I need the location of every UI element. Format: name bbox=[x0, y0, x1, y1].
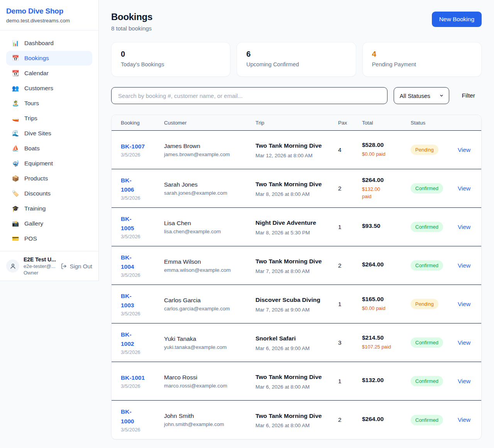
filter-row: All Statuses Filter bbox=[111, 87, 482, 104]
customer-name: James Brown bbox=[164, 143, 255, 150]
customer-name: Carlos Garcia bbox=[164, 297, 255, 304]
graduation-cap-icon: 🎓 bbox=[12, 205, 19, 212]
sidebar-item-products[interactable]: 📦 Products bbox=[6, 171, 92, 186]
booking-link[interactable]: BK-1001 bbox=[121, 373, 145, 382]
booking-link[interactable]: BK-1007 bbox=[121, 142, 145, 151]
table-row: BK- 1005 3/5/2026 Lisa Chen lisa.chen@ex… bbox=[112, 208, 481, 246]
trip-datetime: Mar 8, 2026 at 8:00 AM bbox=[255, 191, 338, 197]
trip-datetime: Mar 8, 2026 at 5:30 PM bbox=[255, 230, 338, 236]
sidebar-item-gallery[interactable]: 📸 Gallery bbox=[6, 216, 92, 231]
new-booking-button[interactable]: New Booking bbox=[432, 12, 482, 27]
people-icon: 👥 bbox=[12, 85, 19, 92]
booking-link[interactable]: BK- 1005 bbox=[121, 214, 134, 233]
trip-name: Snorkel Safari bbox=[255, 334, 322, 343]
logout-icon bbox=[61, 263, 67, 269]
sidebar-item-label: Tours bbox=[24, 100, 39, 107]
sidebar-item-label: Gallery bbox=[24, 220, 43, 227]
user-meta: E2E Test U... e2e-tester@... Owner bbox=[24, 256, 56, 276]
booking-date: 3/5/2026 bbox=[121, 152, 164, 158]
status-badge: Confirmed bbox=[411, 415, 443, 425]
view-link[interactable]: View bbox=[458, 339, 470, 346]
table-row: BK- 1000 3/5/2026 John Smith john.smith@… bbox=[112, 401, 481, 439]
table-row: BK-1007 3/5/2026 James Brown james.brown… bbox=[112, 131, 481, 169]
pax-count: 2 bbox=[338, 185, 362, 192]
user-footer: E2E Test U... e2e-tester@... Owner Sign … bbox=[0, 251, 98, 281]
status-select-value: All Statuses bbox=[400, 93, 430, 99]
sidebar-item-label: Boats bbox=[24, 145, 40, 152]
table-row: BK- 1003 3/5/2026 Carlos Garcia carlos.g… bbox=[112, 285, 481, 323]
booking-link[interactable]: BK- 1002 bbox=[121, 330, 134, 349]
calendar-date-icon: 📅 bbox=[12, 55, 19, 62]
trip-name: Two Tank Morning Dive bbox=[255, 411, 322, 421]
island-icon: 🏝️ bbox=[12, 100, 19, 107]
sidebar-item-dive-sites[interactable]: 🌊 Dive Sites bbox=[6, 126, 92, 141]
search-input[interactable] bbox=[111, 87, 387, 104]
status-badge: Confirmed bbox=[411, 183, 443, 194]
view-link[interactable]: View bbox=[458, 224, 470, 230]
sidebar-item-label: POS bbox=[24, 235, 37, 242]
sign-out-label: Sign Out bbox=[70, 263, 92, 269]
package-icon: 📦 bbox=[12, 175, 19, 182]
customer-email: emma.wilson@example.com bbox=[164, 267, 255, 273]
speedboat-icon: 🚤 bbox=[12, 115, 19, 122]
view-link[interactable]: View bbox=[458, 185, 470, 192]
view-link[interactable]: View bbox=[458, 378, 470, 384]
customer-name: Yuki Tanaka bbox=[164, 335, 255, 342]
trip-name: Two Tank Morning Dive bbox=[255, 372, 322, 382]
table-row: BK-1001 3/5/2026 Marco Rossi marco.rossi… bbox=[112, 362, 481, 401]
view-link[interactable]: View bbox=[458, 416, 470, 423]
view-link[interactable]: View bbox=[458, 262, 470, 269]
sidebar-item-label: Dashboard bbox=[24, 40, 54, 47]
camera-icon: 📸 bbox=[12, 220, 19, 227]
total-amount: $214.50 bbox=[362, 334, 411, 341]
stat-card-todays-bookings: 0 Today's Bookings bbox=[111, 42, 230, 77]
sidebar-item-customers[interactable]: 👥 Customers bbox=[6, 81, 92, 96]
sidebar-item-discounts[interactable]: 🏷️ Discounts bbox=[6, 186, 92, 201]
pax-count: 2 bbox=[338, 416, 362, 423]
sidebar-item-training[interactable]: 🎓 Training bbox=[6, 201, 92, 216]
trip-name: Two Tank Morning Dive bbox=[255, 141, 322, 150]
sidebar-item-boats[interactable]: ⛵ Boats bbox=[6, 141, 92, 156]
stat-value: 0 bbox=[121, 50, 221, 59]
sign-out-button[interactable]: Sign Out bbox=[61, 263, 92, 269]
trip-datetime: Mar 6, 2026 at 8:00 AM bbox=[255, 384, 338, 390]
sidebar-item-label: Bookings bbox=[24, 55, 49, 62]
status-select[interactable]: All Statuses bbox=[394, 87, 449, 104]
sidebar-item-label: Dive Sites bbox=[24, 130, 51, 137]
sidebar-item-trips[interactable]: 🚤 Trips bbox=[6, 111, 92, 126]
booking-link[interactable]: BK- 1000 bbox=[121, 407, 134, 426]
sidebar-item-equipment[interactable]: 🤿 Equipment bbox=[6, 156, 92, 171]
bookings-count: 8 total bookings bbox=[111, 25, 152, 32]
sidebar-item-label: Products bbox=[24, 175, 48, 182]
view-link[interactable]: View bbox=[458, 147, 470, 153]
booking-link[interactable]: BK- 1004 bbox=[121, 253, 134, 271]
tag-icon: 🏷️ bbox=[12, 190, 19, 197]
stat-card-upcoming-confirmed: 6 Upcoming Confirmed bbox=[237, 42, 356, 77]
customer-email: marco.rossi@example.com bbox=[164, 383, 255, 389]
sidebar-item-dashboard[interactable]: 📊 Dashboard bbox=[6, 36, 92, 51]
trip-datetime: Mar 12, 2026 at 8:00 AM bbox=[255, 153, 338, 158]
booking-link[interactable]: BK- 1006 bbox=[121, 176, 134, 194]
sidebar-item-tours[interactable]: 🏝️ Tours bbox=[6, 96, 92, 111]
user-name: E2E Test U... bbox=[24, 256, 56, 263]
sidebar-item-pos[interactable]: 💳 POS bbox=[6, 231, 92, 246]
status-badge: Pending bbox=[411, 299, 438, 309]
column-header-total: Total bbox=[362, 120, 411, 126]
booking-link[interactable]: BK- 1003 bbox=[121, 291, 134, 310]
sidebar-item-bookings[interactable]: 📅 Bookings bbox=[6, 51, 92, 66]
page-title: Bookings bbox=[111, 12, 152, 22]
avatar bbox=[6, 259, 19, 273]
shop-domain: demo.test.divestreams.com bbox=[6, 18, 92, 24]
column-header-status: Status bbox=[411, 120, 458, 126]
bar-chart-icon: 📊 bbox=[12, 40, 19, 47]
pax-count: 2 bbox=[338, 262, 362, 269]
total-amount: $264.00 bbox=[362, 261, 411, 268]
sidebar-item-label: Discounts bbox=[24, 190, 51, 197]
customer-name: Marco Rossi bbox=[164, 374, 255, 381]
sidebar-item-calendar[interactable]: 📆 Calendar bbox=[6, 66, 92, 81]
trip-datetime: Mar 6, 2026 at 8:00 AM bbox=[255, 423, 338, 428]
view-link[interactable]: View bbox=[458, 301, 470, 307]
filter-button[interactable]: Filter bbox=[455, 92, 482, 99]
status-badge: Pending bbox=[411, 145, 438, 155]
column-header-booking: Booking bbox=[121, 120, 164, 126]
